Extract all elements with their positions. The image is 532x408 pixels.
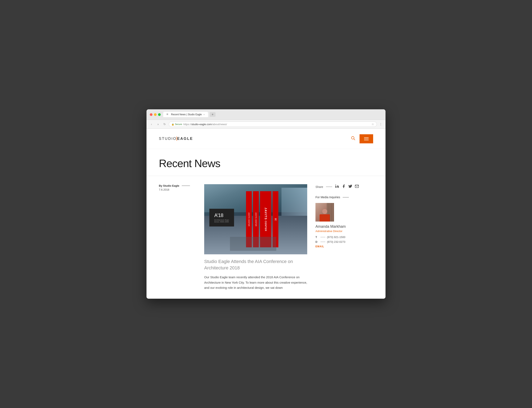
linkedin-icon[interactable] <box>335 184 339 189</box>
phone-label: T <box>315 236 319 239</box>
contact-phone-row: T (973) 921-1500 <box>315 236 373 239</box>
svg-line-1 <box>354 139 355 140</box>
share-label: Share <box>315 185 323 188</box>
new-tab-button[interactable]: + <box>210 112 215 117</box>
a18-sign: A'18 Architecture ExpoAnnex 4000-2000 <box>209 209 234 227</box>
back-button[interactable]: ‹ <box>149 122 154 127</box>
article-image: A'18 Architecture ExpoAnnex 4000-2000 JA… <box>204 184 307 254</box>
maximize-button[interactable] <box>158 113 161 116</box>
content-sidebar: Share <box>315 184 373 290</box>
reload-button[interactable]: ↻ <box>162 122 167 127</box>
crowd-area <box>230 237 276 251</box>
email-icon[interactable] <box>355 184 359 189</box>
forward-button[interactable]: › <box>156 122 161 127</box>
browser-titlebar: ⊞ Recent News | Studio Eagle × + <box>147 109 385 120</box>
hamburger-line <box>364 139 368 139</box>
url-display: https://studio-eagle.com/about/news/ <box>183 123 227 126</box>
media-divider <box>343 197 349 197</box>
author-name: By Studio Eagle <box>159 184 179 187</box>
contact-name: Amanda Markham <box>315 224 373 229</box>
javits-scene: A'18 Architecture ExpoAnnex 4000-2000 JA… <box>204 184 307 254</box>
facebook-icon[interactable] <box>342 184 346 189</box>
tab-close-button[interactable]: × <box>203 113 205 116</box>
header-controls <box>347 133 373 144</box>
site-logo[interactable]: STUDIOEAGLE <box>159 136 193 141</box>
browser-toolbar: ‹ › ↻ 🔒 Secure https://studio-eagle.com/… <box>147 120 385 129</box>
social-icons <box>335 184 359 189</box>
article-title: Studio Eagle Attends the AIA Conference … <box>204 258 307 271</box>
bookmark-button[interactable]: ☆ <box>371 123 374 126</box>
address-bar[interactable]: 🔒 Secure https://studio-eagle.com/about/… <box>169 121 377 127</box>
traffic-lights <box>150 113 161 116</box>
media-title-row: For Media Inquiries <box>315 196 373 199</box>
article-date: 7.6.2018 <box>159 188 196 191</box>
author-section: By Studio Eagle 7.6.2018 <box>159 184 196 191</box>
website-content: STUDIOEAGLE Recent News <box>147 129 385 298</box>
direct-number: (973) 232-0273 <box>327 240 345 243</box>
direct-divider <box>320 242 325 242</box>
person-body <box>319 214 330 221</box>
page-header: Recent News <box>147 149 385 176</box>
hamburger-menu-button[interactable] <box>360 134 373 143</box>
content-left: By Studio Eagle 7.6.2018 <box>159 184 196 290</box>
person-figure <box>319 209 330 221</box>
share-divider <box>326 187 332 187</box>
minimize-button[interactable] <box>154 113 156 116</box>
tab-favicon: ⊞ <box>166 113 169 116</box>
contact-direct-row: D (973) 232-0273 <box>315 240 373 243</box>
tab-area: ⊞ Recent News | Studio Eagle × + <box>163 112 382 117</box>
media-inquiries-title: For Media Inquiries <box>315 196 340 199</box>
secure-badge: 🔒 Secure <box>172 123 182 126</box>
share-section: Share <box>315 184 373 189</box>
phone-divider <box>320 237 325 237</box>
article-body: Our Studio Eagle team recently attended … <box>204 274 307 290</box>
close-button[interactable] <box>150 113 153 116</box>
author-line: By Studio Eagle <box>159 184 196 187</box>
site-header: STUDIOEAGLE <box>147 129 385 149</box>
search-button[interactable] <box>347 133 360 144</box>
url-domain: studio-eagle.com <box>191 123 212 126</box>
browser-window: ⊞ Recent News | Studio Eagle × + ‹ › ↻ 🔒… <box>147 109 385 298</box>
person-head <box>322 209 327 214</box>
content-main: A'18 Architecture ExpoAnnex 4000-2000 JA… <box>204 184 307 290</box>
direct-label: D <box>315 240 319 243</box>
media-inquiries-section: For Media Inquiries Amanda Markham Admin… <box>315 196 373 248</box>
phone-number: (973) 921-1500 <box>327 236 345 239</box>
svg-point-0 <box>352 136 354 139</box>
hamburger-line <box>364 137 368 138</box>
contact-photo <box>315 203 334 221</box>
a18-sub-text: Architecture ExpoAnnex 4000-2000 <box>214 219 229 223</box>
main-content: By Studio Eagle 7.6.2018 <box>147 184 385 298</box>
active-tab[interactable]: ⊞ Recent News | Studio Eagle × <box>163 112 208 117</box>
twitter-icon[interactable] <box>348 184 352 189</box>
url-protocol: https:// <box>183 123 191 126</box>
contact-email-link[interactable]: EMAIL <box>315 245 373 248</box>
url-path: /about/news/ <box>212 123 227 126</box>
hamburger-line <box>364 140 368 140</box>
svg-point-3 <box>336 185 336 185</box>
page-title: Recent News <box>159 157 373 170</box>
tab-title: Recent News | Studio Eagle <box>171 113 202 116</box>
contact-title: Administrative Director <box>315 230 373 233</box>
svg-rect-2 <box>336 186 336 188</box>
author-divider <box>182 186 190 186</box>
browser-menu-button[interactable]: ⋮ <box>378 123 383 126</box>
